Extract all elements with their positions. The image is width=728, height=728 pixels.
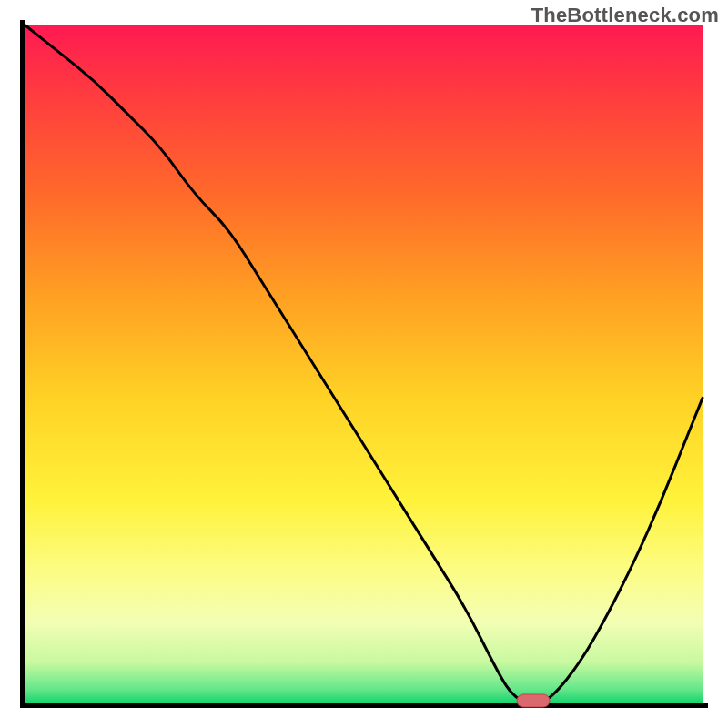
svg-rect-3 — [517, 694, 550, 707]
svg-rect-0 — [25, 25, 703, 703]
bottleneck-chart — [0, 0, 728, 728]
svg-rect-2 — [20, 703, 708, 708]
plot-area — [25, 25, 703, 703]
svg-rect-1 — [20, 20, 25, 708]
selected-marker — [517, 694, 550, 707]
watermark-label: TheBottleneck.com — [531, 4, 719, 27]
